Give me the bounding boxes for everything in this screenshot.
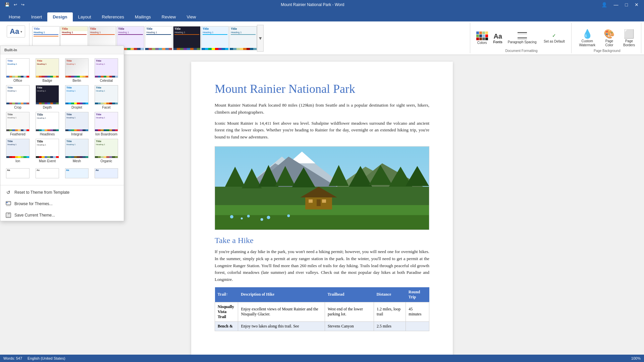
theme-card-celestial: Title Heading 1 <box>95 58 118 78</box>
theme-item-partial-1[interactable]: Aa <box>3 167 33 184</box>
tab-references[interactable]: References <box>97 12 129 21</box>
set-default-btn[interactable]: ✓ Set as Default <box>540 32 569 45</box>
theme-item-partial-2[interactable]: Aa <box>33 167 62 184</box>
tab-mailings[interactable]: Mailings <box>129 12 156 21</box>
title-bar: 💾 ↩ ↪ Mount Rainier National Park - Word… <box>0 0 644 9</box>
theme-item-ion[interactable]: Title Heading 1 Ion <box>3 137 33 164</box>
maximize-btn[interactable]: □ <box>623 1 630 8</box>
language: English (United States) <box>28 356 65 360</box>
watermark-icon: 💧 <box>582 29 593 39</box>
theme-item-office[interactable]: Title Heading 1 Office <box>3 57 33 84</box>
theme-item-badge[interactable]: Title Heading 1 Badge <box>33 57 62 84</box>
fonts-btn[interactable]: Aa Fonts <box>491 31 504 45</box>
fonts-icon: Aa <box>493 32 502 40</box>
theme-thumb-depth[interactable]: Title Heading 1 <box>173 26 201 50</box>
tab-review[interactable]: Review <box>156 12 181 21</box>
theme-item-mainevent[interactable]: Title Heading 1 Main Event <box>33 137 62 164</box>
status-bar: Words: 547 English (United States) 100% <box>0 355 644 362</box>
theme-grid: Title Heading 1 Office Title Heading 1 <box>0 54 124 167</box>
theme-item-depth[interactable]: Title Heading 1 Depth <box>33 84 62 111</box>
browse-themes-action[interactable]: Browse for Themes... <box>0 198 124 209</box>
reset-theme-action[interactable]: ↺ Reset to Theme from Template <box>0 187 124 198</box>
theme-selector-btn[interactable]: Aa ▾ <box>7 25 25 38</box>
doc-table: Trail↑ Description of Hike Trailhead Dis… <box>215 287 429 331</box>
theme-thumb-facet[interactable]: Title Heading 1 <box>229 26 257 50</box>
custom-watermark-btn[interactable]: 💧 CustomWatermark <box>576 28 599 48</box>
theme-label-mesh: Mesh <box>73 159 81 163</box>
theme-item-crop[interactable]: Title Heading 1 Crop <box>3 84 33 111</box>
table-row: NisquallyVista Trail Enjoy excellent vie… <box>215 302 429 321</box>
table-header-trailhead: Trailhead <box>325 287 374 302</box>
theme-aa-label: Aa <box>10 27 19 36</box>
table-cell-distance-1: 1.2 miles, loop trail <box>374 302 406 321</box>
table-cell-trail-2: Bench & <box>215 321 238 331</box>
minimize-btn[interactable]: — <box>612 1 621 8</box>
theme-item-headlines[interactable]: Title Heading 1 Headlines <box>33 111 62 137</box>
theme-thumb-droplet[interactable]: Title Heading 1 <box>201 26 229 50</box>
theme-label-office: Office <box>13 79 22 82</box>
svg-point-35 <box>230 215 233 219</box>
table-cell-trail-1: NisquallyVista Trail <box>215 302 238 321</box>
theme-card-office: Title Heading 1 <box>6 58 30 78</box>
tab-design[interactable]: Design <box>47 12 72 21</box>
theme-item-celestial[interactable]: Title Heading 1 Celestial <box>92 57 121 84</box>
tab-insert[interactable]: Insert <box>26 12 48 21</box>
theme-dropdown: Built-In Title Heading 1 Office Title <box>0 46 124 221</box>
table-cell-trailhead-2: Stevens Canyon <box>325 321 374 331</box>
window-title: Mount Rainier National Park - Word <box>26 2 599 7</box>
save-quick-btn[interactable]: 💾 <box>3 2 11 8</box>
close-btn[interactable]: ✕ <box>633 1 641 8</box>
svg-rect-4 <box>6 205 11 206</box>
undo-quick-btn[interactable]: ↩ <box>12 2 18 8</box>
theme-item-facet[interactable]: Title Heading 1 Facet <box>92 84 121 111</box>
theme-item-mesh[interactable]: Title Heading 1 Mesh <box>62 137 92 164</box>
table-cell-roundtrip-1: 45 minutes <box>406 302 429 321</box>
tab-view[interactable]: View <box>181 12 201 21</box>
colors-btn[interactable]: Colors <box>474 30 490 46</box>
reset-icon: ↺ <box>5 189 12 196</box>
theme-item-berlin[interactable]: Title Heading 1 Berlin <box>62 57 92 84</box>
save-theme-label: Save Current Theme... <box>14 213 55 218</box>
theme-item-organic[interactable]: Title Heading 1 Organic <box>92 137 121 164</box>
theme-label-ionboardroom: Ion Boardroom <box>95 132 117 136</box>
user-icon[interactable]: 👤 <box>599 1 609 8</box>
para-spacing-icon <box>518 32 527 40</box>
redo-quick-btn[interactable]: ↪ <box>20 2 26 8</box>
theme-thumb-crop[interactable]: Title Heading 1 <box>145 26 172 50</box>
svg-rect-3 <box>8 203 10 203</box>
theme-card-crop: Title Heading 1 <box>6 85 30 105</box>
tab-layout[interactable]: Layout <box>73 12 97 21</box>
page-borders-btn[interactable]: ⬜ PageBorders <box>620 28 638 48</box>
theme-card-partial-2: Aa <box>36 168 59 178</box>
svg-point-39 <box>241 218 243 220</box>
document-formatting-label: Document Formatting <box>505 48 537 53</box>
theme-item-partial-4[interactable]: Aa <box>92 167 121 184</box>
set-default-label: Set as Default <box>542 40 566 43</box>
theme-item-feathered[interactable]: Title Heading 1 Feathered <box>3 111 33 137</box>
doc-para-1: Mount Rainier National Park located 80 m… <box>215 102 429 116</box>
svg-point-38 <box>287 215 290 217</box>
theme-item-partial-3[interactable]: Aa <box>62 167 92 184</box>
save-theme-action[interactable]: Save Current Theme... <box>0 209 124 221</box>
theme-scroll-more-btn[interactable]: ▼ <box>257 25 264 52</box>
theme-card-partial-3: Aa <box>65 168 89 178</box>
theme-label-droplet: Droplet <box>71 106 82 109</box>
svg-rect-33 <box>317 199 321 206</box>
browse-icon <box>5 200 12 207</box>
mountain-svg <box>215 146 429 230</box>
theme-card-partial-1: Aa <box>6 168 30 178</box>
tab-home[interactable]: Home <box>3 12 26 21</box>
theme-item-droplet[interactable]: Title Heading 1 Droplet <box>62 84 92 111</box>
svg-rect-32 <box>322 199 326 203</box>
theme-card-badge: Title Heading 1 <box>36 58 59 78</box>
paragraph-spacing-btn[interactable]: Paragraph Spacing <box>506 31 539 45</box>
page-borders-icon: ⬜ <box>624 29 634 39</box>
page-color-label: PageColor <box>605 39 613 47</box>
theme-label-berlin: Berlin <box>72 79 81 82</box>
theme-item-ionboardroom[interactable]: Title Heading 1 Ion Boardroom <box>92 111 121 137</box>
theme-card-mainevent: Title Heading 1 <box>36 139 59 158</box>
page-color-btn[interactable]: 🎨 PageColor <box>600 28 619 48</box>
zoom-level: 100% <box>631 356 641 360</box>
table-cell-trailhead-1: West end of the lower parking lot. <box>325 302 374 321</box>
theme-item-integral[interactable]: Title Heading 1 Integral <box>62 111 92 137</box>
